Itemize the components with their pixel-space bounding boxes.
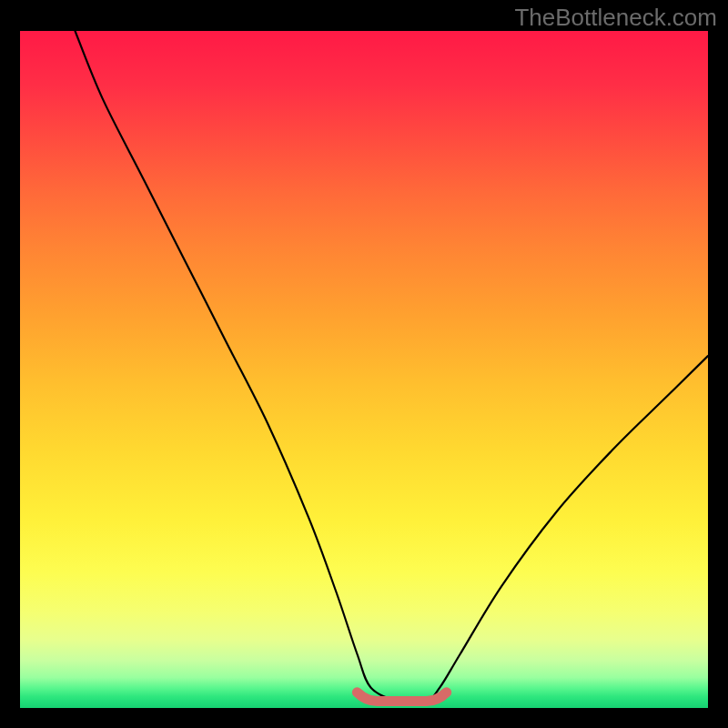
bottleneck-curve-svg (20, 31, 708, 708)
chart-frame: TheBottleneck.com (0, 0, 728, 728)
plot-area (20, 31, 708, 708)
watermark-text: TheBottleneck.com (514, 4, 717, 32)
bottleneck-curve (76, 31, 709, 703)
optimal-zone-highlight (357, 693, 446, 702)
